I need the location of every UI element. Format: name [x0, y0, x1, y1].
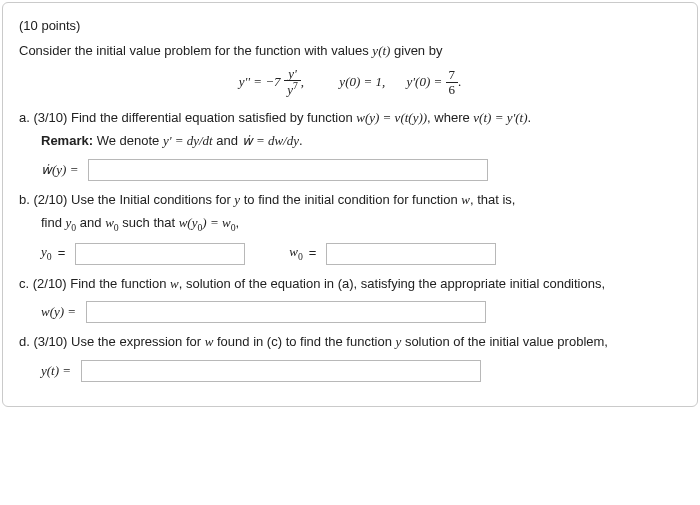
intro-text: Consider the initial value problem for t… [19, 42, 681, 61]
eq-ic2-den: 6 [446, 83, 459, 97]
part-a-field-label: ẇ(y) = [41, 161, 78, 180]
part-d-mid1: found in (c) to find the function [213, 334, 395, 349]
part-b-input-row: y0 = w0 = [41, 243, 681, 265]
part-a-eq2: v(t) = y'(t) [473, 110, 527, 125]
equation-row: y'' = −7 y' y7 , y(0) = 1, y'(0) = 7 6 . [19, 67, 681, 98]
remark-eq1: y' = dy/dt [163, 133, 213, 148]
problem-card: (10 points) Consider the initial value p… [2, 2, 698, 407]
part-b-prefix: b. (2/10) Use the Initial conditions for [19, 192, 234, 207]
part-b: b. (2/10) Use the Initial conditions for… [31, 191, 681, 210]
remark-eq2: ẇ = dw/dy [242, 133, 299, 148]
intro-tail: given by [390, 43, 442, 58]
part-c-input[interactable] [86, 301, 486, 323]
part-b-mid1: to find the initial condition for functi… [240, 192, 461, 207]
part-a-remark: Remark: We denote y' = dy/dt and ẇ = dw/… [41, 132, 681, 151]
part-a: a. (3/10) Find the differential equation… [31, 109, 681, 128]
part-d-input[interactable] [81, 360, 481, 382]
part-b-mid2: , that is, [470, 192, 516, 207]
points-label: (10 points) [19, 17, 681, 36]
part-b-w: w [461, 192, 470, 207]
eq-ic2-lhs: y'(0) = [407, 73, 446, 88]
part-a-prefix: a. (3/10) Find the differential equation… [19, 110, 356, 125]
eq-ic2-frac: 7 6 [446, 68, 459, 96]
part-b-line2: find y0 and w0 such that w(y0) = w0, [41, 214, 681, 235]
part-c-field-label: w(y) = [41, 303, 76, 322]
remark-tail: . [299, 133, 303, 148]
part-b-w0-input[interactable] [326, 243, 496, 265]
part-c-w: w [170, 276, 179, 291]
pb-l2c: such that [119, 215, 179, 230]
part-d-prefix: d. (3/10) Use the expression for [19, 334, 205, 349]
part-c-input-row: w(y) = [41, 301, 681, 323]
remark-label: Remark: [41, 133, 93, 148]
part-a-mid4: . [527, 110, 531, 125]
pb-l2a: find [41, 215, 66, 230]
part-c: c. (2/10) Find the function w, solution … [31, 275, 681, 294]
remark-text: We denote [93, 133, 163, 148]
part-a-input-row: ẇ(y) = [41, 159, 681, 181]
eq-frac: y' y7 [284, 67, 301, 98]
part-b-y0-input[interactable] [75, 243, 245, 265]
eq-frac-num: y' [284, 67, 301, 82]
part-a-mid2: , where [427, 110, 473, 125]
eq-ic1: y(0) = 1, [339, 73, 385, 88]
pb-l2b: and [76, 215, 105, 230]
eq-ic2-num: 7 [446, 68, 459, 83]
eq-ic2-tail: . [458, 73, 461, 88]
eq-comma: , [301, 73, 304, 88]
part-c-mid: , solution of the equation in (a), satis… [179, 276, 605, 291]
part-d: d. (3/10) Use the expression for w found… [31, 333, 681, 352]
part-d-input-row: y(t) = [41, 360, 681, 382]
part-a-eq1: w(y) = v(t(y)) [356, 110, 427, 125]
part-d-field-label: y(t) = [41, 362, 71, 381]
part-d-mid2: solution of the initial value problem, [401, 334, 608, 349]
intro-yt: y(t) [372, 43, 390, 58]
eq-frac-den: y7 [284, 81, 301, 97]
eq-lhs: y'' = −7 [239, 73, 281, 88]
part-c-prefix: c. (2/10) Find the function [19, 276, 170, 291]
intro-lead: Consider the initial value problem for t… [19, 43, 372, 58]
remark-and: and [213, 133, 242, 148]
part-a-input[interactable] [88, 159, 488, 181]
